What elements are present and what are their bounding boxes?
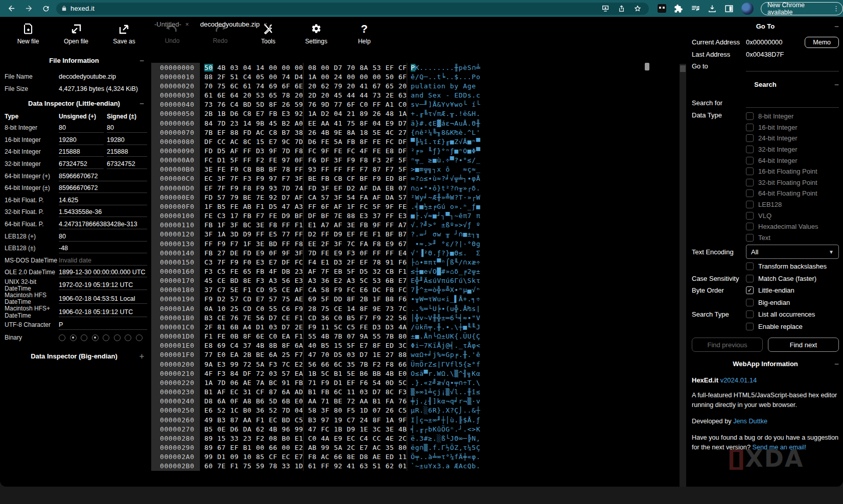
- hex-byte[interactable]: 00: [295, 64, 303, 71]
- hex-byte[interactable]: 63: [360, 462, 368, 470]
- hex-byte[interactable]: CC: [217, 138, 226, 146]
- hex-byte[interactable]: AF: [372, 194, 381, 201]
- hex-byte[interactable]: AE: [295, 295, 303, 303]
- hex-byte[interactable]: 51: [230, 73, 239, 81]
- hex-byte[interactable]: 41: [360, 82, 368, 90]
- hex-byte[interactable]: 9A: [204, 361, 213, 368]
- hex-byte[interactable]: BE: [243, 194, 252, 201]
- hex-byte[interactable]: 75: [282, 295, 291, 303]
- hex-byte[interactable]: E7: [256, 295, 265, 303]
- inspector-value-field[interactable]: 1.5433558e-36: [59, 207, 147, 217]
- hex-byte[interactable]: 1F: [217, 221, 226, 229]
- hex-byte[interactable]: 52: [217, 406, 226, 414]
- hex-byte[interactable]: 07: [372, 406, 381, 414]
- hex-byte[interactable]: AC: [321, 453, 330, 461]
- hex-byte[interactable]: FF: [386, 221, 394, 229]
- ascii-column[interactable]: PK........╫pèS∩╧: [407, 63, 480, 72]
- bookmark-star-icon[interactable]: [634, 5, 642, 13]
- hex-byte[interactable]: C5: [295, 416, 303, 424]
- feedback-email-link[interactable]: Send me an email!: [752, 444, 806, 451]
- hex-byte[interactable]: D1: [334, 379, 343, 387]
- hex-byte[interactable]: F3: [372, 156, 381, 164]
- hex-byte[interactable]: FF: [372, 101, 381, 108]
- hex-byte[interactable]: FB: [295, 379, 303, 387]
- ascii-column[interactable]: O≤ä▀r.WΩ.\▒^╢╗Kα: [407, 369, 480, 378]
- hex-byte[interactable]: F8: [295, 240, 303, 248]
- hex-byte[interactable]: 11: [399, 453, 407, 461]
- hex-byte[interactable]: 4A: [399, 323, 407, 331]
- hex-byte[interactable]: C5: [347, 323, 356, 331]
- hex-byte[interactable]: F1: [372, 230, 381, 238]
- hex-byte[interactable]: 6F: [347, 101, 356, 108]
- hex-byte[interactable]: 4B: [321, 129, 330, 136]
- hex-byte[interactable]: 31: [243, 388, 252, 396]
- hex-byte[interactable]: EF: [334, 184, 343, 192]
- hex-byte[interactable]: F8: [360, 156, 368, 164]
- right-panel-scrollbar-thumb[interactable]: [680, 65, 686, 72]
- hex-byte[interactable]: D9: [334, 230, 343, 238]
- option-checkbox-transform-backslashes[interactable]: Transform backslashes: [746, 261, 827, 272]
- hex-byte[interactable]: 8C: [386, 388, 394, 396]
- hex-byte[interactable]: D9: [243, 230, 252, 238]
- hex-byte[interactable]: BD: [282, 416, 291, 424]
- hex-byte[interactable]: F9: [204, 295, 213, 303]
- hex-byte[interactable]: CF: [269, 453, 277, 461]
- hex-byte[interactable]: 9F: [399, 416, 407, 424]
- hex-byte[interactable]: 6F: [321, 203, 330, 210]
- hex-byte[interactable]: 53: [372, 64, 381, 71]
- hex-byte[interactable]: 37: [243, 342, 252, 349]
- hex-byte[interactable]: D2: [217, 295, 226, 303]
- hex-byte[interactable]: 67: [217, 444, 226, 451]
- hex-byte[interactable]: D7: [399, 119, 407, 127]
- hex-byte[interactable]: 53: [372, 277, 381, 284]
- hex-byte[interactable]: 7B: [334, 332, 343, 340]
- hex-byte[interactable]: 85: [256, 453, 265, 461]
- hex-byte[interactable]: F3: [347, 249, 356, 257]
- hex-byte[interactable]: B6: [360, 370, 368, 377]
- hex-byte[interactable]: 50: [386, 73, 394, 81]
- hex-byte[interactable]: EF: [230, 444, 239, 451]
- hex-byte[interactable]: 47: [308, 351, 317, 358]
- hex-byte[interactable]: 3F: [204, 230, 213, 238]
- hex-byte[interactable]: 6A: [217, 397, 226, 405]
- hex-byte[interactable]: F7: [230, 240, 239, 248]
- kebab-menu-icon[interactable]: ⋮: [833, 5, 839, 12]
- hex-byte[interactable]: A3: [269, 277, 277, 284]
- developer-link[interactable]: Jens Duttke: [733, 418, 767, 425]
- hex-byte[interactable]: 45: [269, 119, 277, 127]
- memo-button[interactable]: Memo: [805, 37, 839, 48]
- hex-byte[interactable]: FB: [243, 212, 252, 220]
- hex-byte[interactable]: 2B: [204, 110, 213, 117]
- hex-byte[interactable]: D7: [282, 194, 291, 201]
- hex-byte[interactable]: 7E: [256, 194, 265, 201]
- hex-byte[interactable]: B5: [347, 314, 356, 322]
- hex-byte[interactable]: F3: [269, 361, 277, 368]
- hex-byte[interactable]: AF: [217, 388, 226, 396]
- hex-byte[interactable]: DA: [386, 194, 394, 201]
- hex-byte[interactable]: B1: [308, 388, 317, 396]
- hex-byte[interactable]: 3F: [334, 240, 343, 248]
- hex-byte[interactable]: C5: [217, 268, 226, 275]
- hex-byte[interactable]: 23: [230, 119, 239, 127]
- hex-byte[interactable]: 66: [269, 444, 277, 451]
- hex-byte[interactable]: 8F: [360, 119, 368, 127]
- hex-byte[interactable]: 3E: [256, 240, 265, 248]
- hex-byte[interactable]: F9: [230, 258, 239, 266]
- hex-byte[interactable]: FB: [204, 249, 213, 257]
- hex-byte[interactable]: 9F: [386, 203, 394, 210]
- hex-byte[interactable]: 5F: [347, 268, 356, 275]
- hex-byte[interactable]: 72: [243, 361, 252, 368]
- ascii-column[interactable]: ÜπÖrZ≤|ΓVfl5{≥°f: [407, 359, 480, 369]
- right-panel-scrollbar[interactable]: [680, 64, 686, 487]
- hex-byte[interactable]: 5E: [347, 370, 356, 377]
- hex-byte[interactable]: FF: [295, 165, 303, 173]
- hex-byte[interactable]: 3E: [347, 221, 356, 229]
- hex-byte[interactable]: FB: [269, 110, 277, 117]
- hex-byte[interactable]: CB: [334, 175, 343, 182]
- hex-byte[interactable]: B0: [243, 406, 252, 414]
- hex-byte[interactable]: E9: [386, 240, 394, 248]
- hex-byte[interactable]: 8F: [347, 295, 356, 303]
- datatype-checkbox-hexadecimal-values[interactable]: Hexadecimal Values: [746, 221, 839, 232]
- hex-byte[interactable]: BF: [386, 230, 394, 238]
- hex-byte[interactable]: 56: [282, 277, 291, 284]
